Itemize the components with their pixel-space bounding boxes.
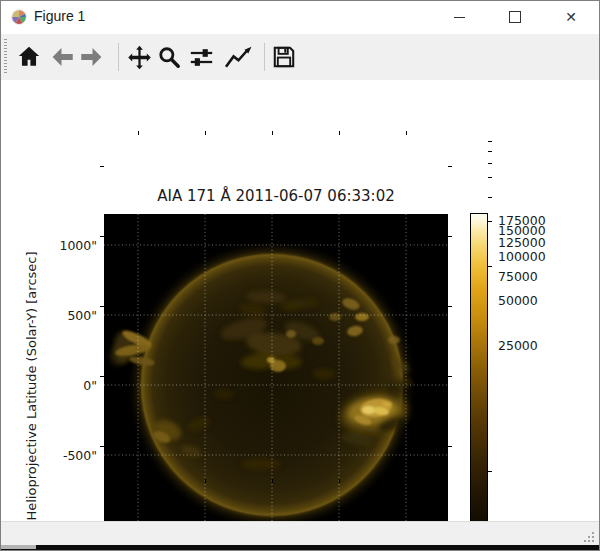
move-arrows-icon <box>126 44 153 71</box>
colorbar <box>470 213 488 551</box>
tick-mark <box>406 479 407 483</box>
tick-mark <box>100 166 104 167</box>
minimize-button[interactable] <box>431 1 487 33</box>
tick-mark <box>448 446 452 447</box>
status-bar <box>1 521 599 546</box>
arrow-right-icon <box>78 44 104 70</box>
tick-mark <box>448 376 452 377</box>
maximize-icon <box>509 11 521 23</box>
floppy-disk-icon <box>271 44 297 70</box>
colorbar-tick-label: 50000 <box>498 293 538 308</box>
close-icon: ✕ <box>565 10 577 24</box>
toolbar-separator <box>118 43 119 71</box>
solar-image <box>104 214 448 551</box>
tick-mark <box>448 306 452 307</box>
home-icon <box>16 44 42 70</box>
colorbar-tick-label: 75000 <box>498 269 538 284</box>
tick-mark <box>488 177 492 178</box>
toolbar-drag-handle[interactable] <box>4 39 7 75</box>
tick-mark <box>100 306 104 307</box>
navigation-toolbar <box>1 34 599 81</box>
tick-mark <box>339 131 340 135</box>
colorbar-tick-label: 25000 <box>498 338 538 353</box>
tick-mark <box>272 479 273 483</box>
y-tick-label: 0" <box>39 378 97 393</box>
tick-mark <box>138 131 139 135</box>
tick-mark <box>205 479 206 483</box>
tick-mark <box>339 479 340 483</box>
tick-mark <box>100 446 104 447</box>
tick-mark <box>100 376 104 377</box>
y-tick-label: 500" <box>39 308 97 323</box>
arrow-left-icon <box>50 44 76 70</box>
y-tick-label: -500" <box>39 448 97 463</box>
figure-canvas: AIA 171 Å 2011-06-07 06:33:02 Helioproje… <box>1 80 599 521</box>
maximize-button[interactable] <box>487 1 543 33</box>
figure-window: Figure 1 ✕ <box>0 0 600 551</box>
toolbar-separator <box>264 43 265 71</box>
minimize-icon <box>454 17 465 18</box>
tick-mark <box>448 236 452 237</box>
tick-mark <box>488 163 492 164</box>
tick-mark <box>488 221 492 222</box>
window-title: Figure 1 <box>34 8 85 24</box>
window-bottom-edge <box>1 545 599 551</box>
matplotlib-logo-icon <box>11 9 27 25</box>
tick-mark <box>488 471 492 472</box>
forward-button[interactable] <box>76 42 106 72</box>
close-button[interactable]: ✕ <box>543 1 599 33</box>
y-axis-label: Helioprojective Latitude (Solar-Y) [arcs… <box>24 251 39 520</box>
tick-mark <box>205 131 206 135</box>
tick-mark <box>488 266 492 267</box>
tick-mark <box>488 197 492 198</box>
zoom-button[interactable] <box>154 42 184 72</box>
colorbar-tick-label: 125000 <box>498 235 546 250</box>
plot-area[interactable] <box>104 214 448 551</box>
plot-title: AIA 171 Å 2011-06-07 06:33:02 <box>157 187 394 205</box>
tick-mark <box>100 236 104 237</box>
window-shadow <box>1 545 36 549</box>
tick-mark <box>488 141 492 142</box>
configure-subplots-button[interactable] <box>186 42 216 72</box>
line-chart-icon <box>223 44 255 70</box>
sliders-icon <box>188 44 215 71</box>
title-bar[interactable]: Figure 1 ✕ <box>1 1 599 35</box>
tick-mark <box>406 131 407 135</box>
tick-mark <box>488 151 492 152</box>
back-button[interactable] <box>48 42 78 72</box>
colorbar-tick-label: 100000 <box>498 249 546 264</box>
resize-grip[interactable] <box>583 531 596 544</box>
home-button[interactable] <box>14 42 44 72</box>
magnifier-icon <box>156 44 182 70</box>
tick-mark <box>138 479 139 483</box>
y-tick-label: 1000" <box>39 238 97 253</box>
tick-mark <box>448 166 452 167</box>
tick-mark <box>272 131 273 135</box>
pan-button[interactable] <box>124 42 154 72</box>
edit-parameters-button[interactable] <box>221 42 257 72</box>
save-button[interactable] <box>269 42 299 72</box>
